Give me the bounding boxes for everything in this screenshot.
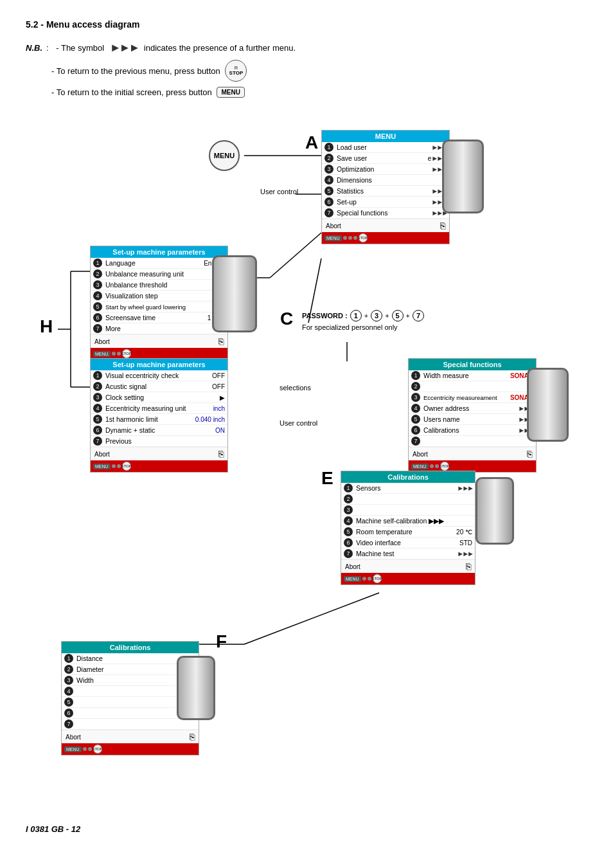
- node-d-right-row-3: 3 Eccentricity measureament SONAR: [409, 392, 536, 403]
- node-d-left-row-2: 2 Acustic signal OFF: [91, 381, 227, 392]
- menu-button-example: MENU: [217, 87, 244, 98]
- wheel-image-a: [442, 140, 484, 213]
- node-a-panel: MENU 1 Load user ►►► 2 Save user e ►►► 3…: [321, 130, 450, 244]
- node-d-right-row-6: 6 Calibrations ►►►: [409, 425, 536, 436]
- section-title: 5.2 - Menu access diagram: [26, 19, 587, 30]
- node-d-left-panel: Set-up machine parameters 1 Visual eccen…: [90, 358, 228, 473]
- wheel-image-d: [527, 368, 569, 442]
- node-a-nav: MENU STOP: [322, 232, 449, 244]
- node-b-panel: Set-up machine parameters 1 Language Eng…: [90, 246, 228, 360]
- nb-label: N.B.: [26, 43, 42, 53]
- node-f-footer: Abort ⎘: [62, 730, 199, 743]
- nb-line-2: - To return to the previous menu, press …: [51, 60, 587, 82]
- node-d-left-header: Set-up machine parameters: [91, 359, 227, 370]
- node-d-left-row-7: 7 Previous: [91, 436, 227, 447]
- node-b-footer: Abort ⎘: [91, 334, 227, 348]
- node-a-row-5: 5 Statistics ►►►: [322, 186, 449, 197]
- node-e-row-4: 4 Machine self-calibration ▶▶▶: [341, 516, 475, 527]
- user-control-label: User control: [260, 188, 298, 195]
- node-f-header: Calibrations: [62, 642, 199, 653]
- node-d-right-footer: Abort ⎘: [409, 447, 536, 460]
- node-c-password: PASSWORD : 1 + 3 + 5 + 7 For specialized…: [302, 310, 527, 331]
- pw-5: 5: [392, 310, 404, 321]
- wheel-image-e: [475, 477, 514, 545]
- node-b-row-4: 4 Visualization step · 5: [91, 291, 227, 302]
- pw-7: 7: [413, 310, 424, 321]
- node-a-label: A: [305, 132, 318, 153]
- node-a-row-4: 4 Dimensions: [322, 175, 449, 186]
- h-label: H: [40, 316, 53, 337]
- node-e-header: Calibrations: [341, 471, 475, 483]
- node-e-row-6: 6 Video interface STD: [341, 538, 475, 548]
- node-e-row-3: 3: [341, 505, 475, 516]
- svg-line-1: [270, 233, 321, 278]
- node-a-row-1: 1 Load user ►►►: [322, 142, 449, 153]
- node-b-row-2: 2 Unbalance measuring unit · g: [91, 269, 227, 280]
- node-b-row-7: 7 More: [91, 323, 227, 334]
- node-d-left-nav: MENU STOP: [91, 460, 227, 472]
- node-f-nav: MENU STOP: [62, 743, 199, 755]
- nb-line-1: N.B. : - The symbol ►►► indicates the pr…: [26, 41, 587, 55]
- node-d-left-footer: Abort ⎘: [91, 447, 227, 460]
- node-e-row-2: 2: [341, 494, 475, 505]
- node-d-left-row-3: 3 Clock setting ▶: [91, 392, 227, 403]
- password-line: PASSWORD : 1 + 3 + 5 + 7: [302, 310, 527, 321]
- node-e-row-5: 5 Room temperature 20 ℃: [341, 527, 475, 538]
- node-a-header: MENU: [322, 131, 449, 142]
- node-e-row-7: 7 Machine test ►►►: [341, 548, 475, 559]
- menu-circle-label: MENU: [214, 152, 235, 159]
- node-d-right-row-1: 1 Width measure SONAR: [409, 370, 536, 381]
- node-b-row-5: 5 Start by wheel guard lowering ON: [91, 302, 227, 312]
- password-label: PASSWORD :: [302, 312, 348, 320]
- wheel-image-b: [212, 255, 257, 332]
- node-b-row-3: 3 Unbalance threshold 0 g: [91, 280, 227, 291]
- svg-line-7: [244, 593, 379, 644]
- node-a-row-3: 3 Optimization ►►►: [322, 164, 449, 175]
- node-e-panel: Calibrations 1 Sensors ►►► 2 3 4 Machine…: [341, 471, 475, 585]
- stop-button-example: R STOP: [225, 60, 247, 82]
- menu-circle-a[interactable]: MENU: [209, 140, 240, 171]
- node-b-row-1: 1 Language English: [91, 258, 227, 269]
- node-e-row-1: 1 Sensors ►►►: [341, 483, 475, 494]
- node-a-row-7: 7 Special functions ►►►: [322, 208, 449, 219]
- password-note: For specialized personnel only: [302, 323, 527, 331]
- footer-text: I 0381 GB - 12: [26, 824, 587, 834]
- node-d-left-row-1: 1 Visual eccentricity check OFF: [91, 370, 227, 381]
- node-b-header: Set-up machine parameters: [91, 246, 227, 258]
- node-a-row-2: 2 Save user e ►►►: [322, 153, 449, 164]
- user-control-label-2: User control: [280, 419, 317, 427]
- node-d-right-row-2: 2: [409, 381, 536, 392]
- pw-1: 1: [350, 310, 362, 321]
- page-wrapper: 5.2 - Menu access diagram N.B. : - The s…: [26, 19, 587, 834]
- node-f-row-7: 7: [62, 719, 199, 730]
- node-d-right-panel: Special functions 1 Width measure SONAR …: [408, 358, 537, 473]
- node-b-row-6: 6 Screensave time 1 min.: [91, 312, 227, 323]
- node-a-row-6: 6 Set-up ►►►: [322, 197, 449, 208]
- node-d-left-row-5: 5 1st harmonic limit 0.040 inch: [91, 414, 227, 425]
- nb-line-3: - To return to the initial screen, press…: [51, 87, 587, 98]
- selections-label: selections: [280, 384, 311, 392]
- nb-section: N.B. : - The symbol ►►► indicates the pr…: [26, 41, 587, 98]
- node-f-label: F: [216, 631, 227, 652]
- node-e-label: E: [321, 468, 333, 489]
- node-a-footer: Abort ⎘: [322, 219, 449, 232]
- node-d-left-row-6: 6 Dynamic + static ON: [91, 425, 227, 436]
- node-d-right-row-4: 4 Owner address ►►►: [409, 403, 536, 414]
- node-d-right-row-7: 7: [409, 436, 536, 447]
- node-d-right-header: Special functions: [409, 359, 536, 370]
- diagram-container: MENU A MENU 1 Load user ►►► 2 Save user …: [26, 104, 591, 811]
- node-e-nav: MENU STOP: [341, 573, 475, 584]
- node-c-label: C: [280, 309, 293, 329]
- node-d-right-row-5: 5 Users name ►►►: [409, 414, 536, 425]
- node-d-left-row-4: 4 Eccentricity measuring unit inch: [91, 403, 227, 414]
- wheel-image-f: [177, 656, 215, 720]
- triple-arrow-symbol: ►►►: [110, 41, 138, 55]
- node-e-footer: Abort ⎘: [341, 559, 475, 573]
- pw-3: 3: [371, 310, 382, 321]
